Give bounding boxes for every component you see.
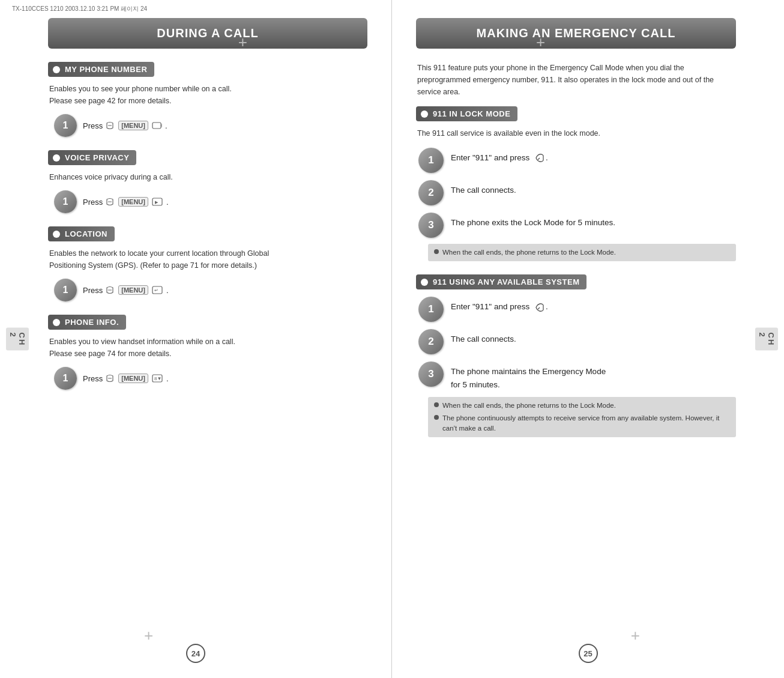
key-icon-3: ↵	[152, 286, 164, 294]
section-911-lock-mode: 911 IN LOCK MODE The 911 call service is…	[416, 106, 736, 261]
menu-label: [MENU]	[118, 121, 148, 130]
menu-icon-svg	[105, 121, 115, 130]
step-text-1: Enter "911" and press .	[451, 147, 548, 165]
step-text: Press [MENU] 8▼ .	[83, 374, 169, 383]
left-page: TX-110CCES 1210 2003.12.10 3:21 PM 페이지 2…	[0, 0, 392, 678]
page-number-24: 24	[186, 644, 205, 663]
step-bubble-3: 3	[418, 362, 444, 387]
step-text: Press [MENU] .	[83, 121, 167, 130]
crosshair-top-right: +	[536, 33, 545, 52]
step-row: 1 Press [MENU] 8▼ .	[54, 367, 367, 390]
section-dot	[53, 66, 60, 73]
bullet-dot-2	[434, 415, 439, 420]
page-meta: TX-110CCES 1210 2003.12.10 3:21 PM 페이지 2…	[12, 5, 147, 13]
step-bubble-1: 1	[418, 297, 444, 322]
section-location: LOCATION Enables the network to locate y…	[48, 226, 367, 301]
note-box-911-lock: When the call ends, the phone returns to…	[428, 244, 736, 261]
key-icon-4: 8▼	[152, 374, 164, 383]
step-bubble-1: 1	[418, 148, 444, 173]
section-desc-location: Enables the network to locate your curre…	[49, 247, 367, 271]
step-bubble-1: 1	[54, 190, 77, 213]
section-dot	[53, 231, 60, 238]
step-row-2: 2 The call connects.	[418, 179, 736, 205]
step-bubble-1: 1	[54, 367, 77, 390]
section-my-phone-number: MY PHONE NUMBER Enables you to see your …	[48, 62, 367, 137]
section-title-voice-privacy: VOICE PRIVACY	[48, 150, 136, 165]
bullet-dot-1	[434, 402, 439, 407]
section-desc-phone-info: Enables you to view handset information …	[49, 336, 367, 360]
key-icon-2: ▶	[152, 198, 164, 206]
step-row-2: 2 The call connects.	[418, 328, 736, 354]
step-row-1: 1 Enter "911" and press .	[418, 295, 736, 322]
right-header: MAKING AN EMERGENCY CALL	[416, 18, 736, 49]
section-phone-info: PHONE INFO. Enables you to view handset …	[48, 315, 367, 390]
section-desc-voice-privacy: Enhances voice privacy during a call.	[49, 171, 367, 183]
note-item-1: When the call ends, the phone returns to…	[434, 401, 730, 411]
svg-text:↵: ↵	[154, 288, 158, 293]
bullet-dot	[434, 249, 439, 254]
menu-icon-svg	[105, 374, 115, 383]
step-text: Press [MENU] ↵ .	[83, 285, 169, 295]
step-text-2: The call connects.	[451, 328, 516, 346]
menu-label: [MENU]	[118, 285, 148, 295]
crosshair-bottom: +	[144, 626, 153, 645]
step-bubble-1: 1	[54, 114, 77, 137]
step-text-3: The phone exits the Lock Mode for 5 minu…	[451, 211, 615, 229]
section-dot	[53, 319, 60, 326]
section-title-phone-info: PHONE INFO.	[48, 315, 126, 330]
menu-icon-svg	[105, 285, 115, 295]
note-item-2: The phone continuously attempts to recei…	[434, 413, 730, 434]
step-bubble-3: 3	[418, 213, 444, 238]
section-desc-911-lock: The 911 call service is available even i…	[417, 127, 736, 139]
chapter-label-left: CH2	[6, 327, 29, 351]
section-title-911-lock: 911 IN LOCK MODE	[416, 106, 517, 121]
step-text-2: The call connects.	[451, 179, 516, 197]
section-title-my-phone-number: MY PHONE NUMBER	[48, 62, 154, 77]
svg-rect-1	[152, 123, 161, 129]
note-item: When the call ends, the phone returns to…	[434, 247, 730, 258]
step-row: 1 Press [MENU] ▶ .	[54, 190, 367, 213]
step-row-3: 3 The phone exits the Lock Mode for 5 mi…	[418, 211, 736, 238]
section-title-911-any: 911 USING ANY AVAILABLE SYSTEM	[416, 274, 586, 289]
step-row-3: 3 The phone maintains the Emergency Mode…	[418, 360, 736, 391]
section-title-location: LOCATION	[48, 226, 115, 241]
section-911-any-system: 911 USING ANY AVAILABLE SYSTEM 1 Enter "…	[416, 274, 736, 437]
menu-label: [MENU]	[118, 374, 148, 383]
right-page: CH2 MAKING AN EMERGENCY CALL This 911 fe…	[392, 0, 784, 678]
send-icon-2	[534, 301, 546, 313]
chapter-label-right: CH2	[755, 327, 778, 351]
step-row: 1 Press [MENU] .	[54, 114, 367, 137]
svg-text:▶: ▶	[155, 200, 158, 204]
step-bubble-2: 2	[418, 329, 444, 354]
menu-icon-svg	[105, 197, 115, 207]
section-dot	[53, 154, 60, 162]
menu-label: [MENU]	[118, 197, 148, 207]
send-icon	[534, 152, 546, 164]
key-icon	[152, 121, 163, 130]
section-voice-privacy: VOICE PRIVACY Enhances voice privacy dur…	[48, 150, 367, 213]
step-row: 1 Press [MENU] ↵ .	[54, 279, 367, 301]
crosshair-top: +	[238, 33, 247, 52]
step-text: Press [MENU] ▶ .	[83, 197, 169, 207]
intro-text: This 911 feature puts your phone in the …	[417, 62, 736, 98]
step-bubble-2: 2	[418, 180, 444, 205]
step-bubble-1: 1	[54, 279, 77, 301]
section-dot	[421, 279, 428, 286]
section-desc-my-phone-number: Enables you to see your phone number whi…	[49, 83, 367, 107]
crosshair-bottom-right: +	[631, 626, 640, 645]
svg-text:8▼: 8▼	[154, 376, 161, 381]
note-box-911-any: When the call ends, the phone returns to…	[428, 397, 736, 437]
step-text-3: The phone maintains the Emergency Modefo…	[451, 360, 606, 391]
page-number-25: 25	[579, 644, 598, 663]
section-dot	[421, 110, 428, 118]
step-text-1: Enter "911" and press .	[451, 295, 548, 313]
step-row-1: 1 Enter "911" and press .	[418, 147, 736, 173]
left-header: DURING A CALL	[48, 18, 367, 49]
